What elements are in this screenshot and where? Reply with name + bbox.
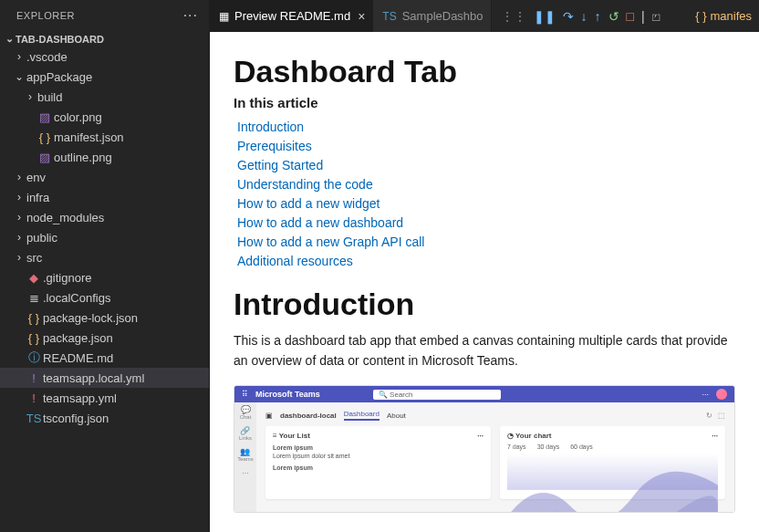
disconnect-icon[interactable]: ⏍ [652, 9, 660, 24]
rail-chat: 💬Chat [240, 406, 252, 420]
folder-item[interactable]: ›public [0, 227, 209, 247]
tab-label: Preview README.md [234, 9, 350, 23]
file-item[interactable]: TStsconfig.json [0, 408, 209, 428]
json-braces-icon: { } [26, 311, 42, 325]
teams-tabline: ▣ dashboard-local Dashboard About ↻⬚ [265, 408, 725, 426]
json-braces-icon: { } [26, 331, 42, 345]
file-item[interactable]: { }package-lock.json [0, 308, 209, 328]
tree-item-label: .localConfigs [43, 291, 110, 305]
file-item[interactable]: !teamsapp.yml [0, 388, 209, 408]
debug-toolbar: ⋮⋮ ❚❚ ↷ ↓ ↑ ↺ □ | ⏍ [494, 9, 667, 24]
folder-item[interactable]: ›env [0, 167, 209, 187]
tree-item-label: env [26, 171, 46, 184]
file-item[interactable]: { }package.json [0, 328, 209, 348]
step-out-icon[interactable]: ↑ [595, 9, 601, 24]
toc-link[interactable]: Getting Started [237, 158, 735, 172]
tree-item-label: public [26, 231, 57, 245]
file-item[interactable]: ▨outline.png [0, 147, 209, 167]
toc-link[interactable]: Additional resources [237, 254, 735, 268]
folder-item[interactable]: ›infra [0, 187, 209, 207]
project-header[interactable]: ⌄ TAB-DASHBOARD [0, 31, 209, 47]
avatar [716, 389, 727, 400]
tree-item-label: build [37, 90, 62, 104]
pause-icon[interactable]: ❚❚ [534, 9, 556, 24]
step-over-icon[interactable]: ↷ [563, 9, 574, 24]
preview-icon: ▦ [219, 10, 229, 23]
chevron-right-icon: › [13, 50, 26, 63]
toc-link[interactable]: Understanding the code [237, 177, 735, 192]
tab-sampledashboard[interactable]: TS SampleDashbo [373, 0, 491, 32]
folder-item[interactable]: ⌄appPackage [0, 67, 209, 87]
file-item[interactable]: ◆.gitignore [0, 267, 209, 287]
chevron-down-icon: ⌄ [5, 33, 14, 45]
file-item[interactable]: !teamsapp.local.yml [0, 368, 209, 388]
chart-legend: 7 days 30 days 60 days [507, 443, 718, 450]
tree-item-label: tsconfig.json [43, 412, 109, 425]
file-item[interactable]: { }manifest.json [0, 127, 209, 147]
folder-item[interactable]: ›src [0, 247, 209, 267]
editor-main: ▦ Preview README.md × TS SampleDashbo ⋮⋮… [210, 0, 759, 532]
tree-item-label: teamsapp.local.yml [43, 371, 144, 385]
file-item[interactable]: ≣.localConfigs [0, 287, 209, 308]
area-chart [507, 454, 718, 490]
folder-item[interactable]: ›.vscode [0, 47, 209, 67]
image-icon: ▨ [36, 110, 53, 124]
info-icon: ⓘ [26, 349, 42, 366]
folder-item[interactable]: ›build [0, 87, 209, 107]
card-list: ≡ Your List ··· Lorem ipsum Lorem ipsum … [265, 426, 491, 499]
toc-heading: In this article [234, 95, 735, 110]
card-more-icon: ··· [712, 432, 718, 440]
tree-item-label: appPackage [26, 70, 92, 84]
table-of-contents: IntroductionPrerequisitesGetting Started… [234, 120, 735, 268]
list-item: Lorem ipsum [273, 464, 483, 472]
git-icon: ◆ [26, 271, 42, 285]
tree-item-label: .vscode [26, 50, 68, 64]
app-icon: ▣ [265, 412, 273, 420]
stop-icon[interactable]: □ [627, 9, 634, 24]
file-item[interactable]: ▨color.png [0, 107, 209, 127]
tab-dashboard: Dashboard [344, 410, 380, 421]
step-into-icon[interactable]: ↓ [581, 9, 587, 24]
toc-link[interactable]: Prerequisites [237, 139, 735, 153]
tab-about: About [387, 412, 406, 420]
tab-overflow[interactable]: { } manifes [695, 9, 759, 23]
file-tree: ›.vscode⌄appPackage›build▨color.png{ }ma… [0, 47, 209, 532]
tab-preview-readme[interactable]: ▦ Preview README.md × [210, 0, 373, 32]
more-icon: ··· [702, 390, 709, 399]
section-heading: Introduction [234, 287, 735, 322]
ts-icon: TS [382, 10, 396, 23]
toc-link[interactable]: How to add a new dashboard [237, 215, 735, 230]
teams-search: 🔍 Search [373, 390, 501, 400]
toc-link[interactable]: How to add a new widget [237, 196, 735, 211]
explorer-header: EXPLORER ··· [0, 0, 209, 31]
project-name: TAB-DASHBOARD [16, 34, 104, 45]
restart-icon[interactable]: ↺ [608, 9, 619, 24]
json-braces-icon: { } [695, 9, 706, 23]
list-item: Lorem ipsum Lorem ipsum dolor sit amet [273, 443, 483, 460]
file-item[interactable]: ⓘREADME.md [0, 348, 209, 368]
tree-item-label: package.json [43, 331, 113, 345]
markdown-preview[interactable]: Dashboard Tab In this article Introducti… [210, 32, 759, 532]
tab-label: SampleDashbo [402, 9, 483, 23]
folder-item[interactable]: ›node_modules [0, 207, 209, 227]
close-icon[interactable]: × [358, 9, 365, 24]
chevron-right-icon: › [13, 231, 26, 244]
teams-cards: ≡ Your List ··· Lorem ipsum Lorem ipsum … [265, 426, 725, 499]
teams-mock-image: ⠿ Microsoft Teams 🔍 Search ··· 💬Chat 🔗Li… [234, 385, 735, 513]
json-braces-icon: { } [36, 130, 53, 144]
tree-item-label: color.png [54, 110, 102, 124]
rail-links: 🔗Links [239, 427, 252, 441]
toc-link[interactable]: How to add a new Graph API call [237, 235, 735, 249]
teams-titlebar: ⠿ Microsoft Teams 🔍 Search ··· [234, 386, 734, 402]
explorer-sidebar: EXPLORER ··· ⌄ TAB-DASHBOARD ›.vscode⌄ap… [0, 0, 210, 532]
tab-overflow-label: manifes [710, 9, 752, 23]
tree-item-label: .gitignore [43, 271, 91, 285]
drag-handle-icon[interactable]: ⋮⋮ [501, 9, 526, 24]
chevron-right-icon: › [13, 171, 26, 183]
app-name: dashboard-local [280, 412, 337, 420]
tree-item-label: src [26, 251, 42, 265]
explorer-more-icon[interactable]: ··· [183, 7, 198, 24]
teams-rail: 💬Chat 🔗Links 👥Teams ··· [234, 402, 256, 512]
rail-teams: 👥Teams [237, 448, 254, 462]
toc-link[interactable]: Introduction [237, 120, 735, 134]
